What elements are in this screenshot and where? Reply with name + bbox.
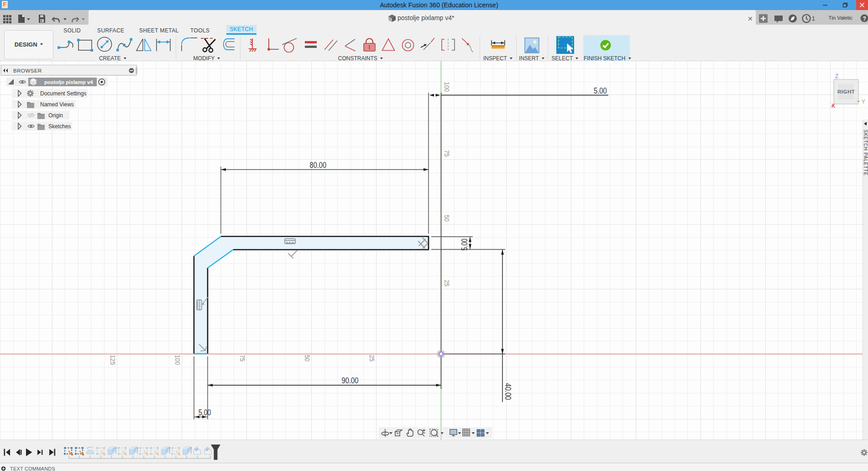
svg-text:50: 50 xyxy=(303,355,311,362)
svg-text:100: 100 xyxy=(174,355,182,365)
svg-text:75: 75 xyxy=(239,355,246,362)
svg-text:Z: Z xyxy=(835,73,838,79)
svg-text:Named Views: Named Views xyxy=(40,101,74,108)
svg-text:Origin: Origin xyxy=(48,112,63,119)
svg-text:1: 1 xyxy=(812,16,815,22)
svg-text:80.00: 80.00 xyxy=(310,160,327,170)
svg-text:50: 50 xyxy=(443,215,450,222)
svg-text:BROWSER: BROWSER xyxy=(13,68,42,73)
svg-text:40.00: 40.00 xyxy=(503,383,513,400)
svg-text:Y: Y xyxy=(862,99,865,105)
svg-text:75: 75 xyxy=(443,150,450,157)
svg-text:Document Settings: Document Settings xyxy=(40,90,86,97)
svg-text:5.00: 5.00 xyxy=(199,407,211,417)
svg-text:X: X xyxy=(831,103,835,109)
svg-text:100: 100 xyxy=(443,82,450,92)
svg-text:5.00: 5.00 xyxy=(594,86,607,95)
svg-text:postolje pixlamp v4: postolje pixlamp v4 xyxy=(44,79,93,85)
svg-text:25: 25 xyxy=(368,355,376,362)
svg-text:125: 125 xyxy=(109,355,117,365)
svg-text:?: ? xyxy=(863,16,866,22)
svg-text:5.00: 5.00 xyxy=(459,239,469,251)
svg-text:90.00: 90.00 xyxy=(341,376,358,385)
svg-text:RIGHT: RIGHT xyxy=(837,89,855,94)
svg-text:25: 25 xyxy=(443,280,450,287)
svg-text:Sketches: Sketches xyxy=(48,123,71,130)
